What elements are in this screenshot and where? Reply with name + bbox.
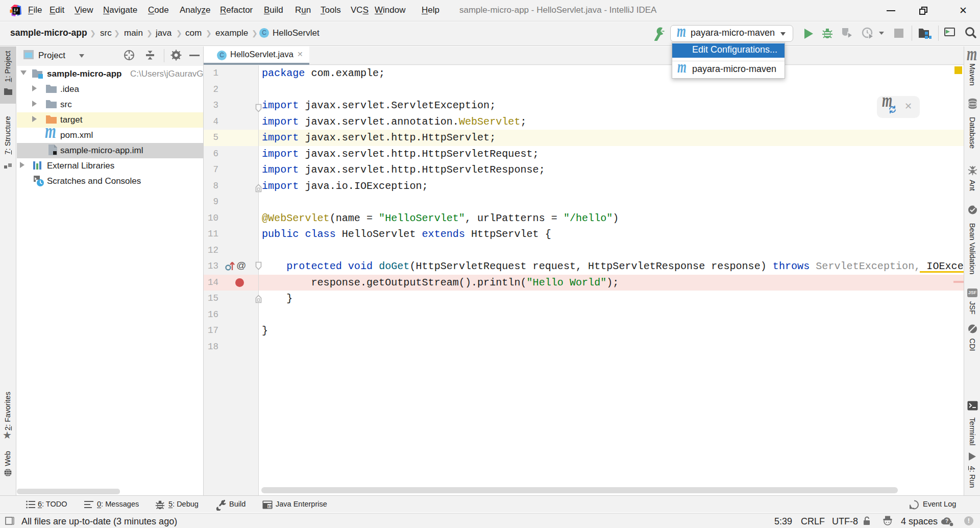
svg-text:EE: EE (268, 505, 273, 508)
svg-text:IJ: IJ (14, 8, 18, 12)
svg-text:?: ? (945, 518, 948, 524)
